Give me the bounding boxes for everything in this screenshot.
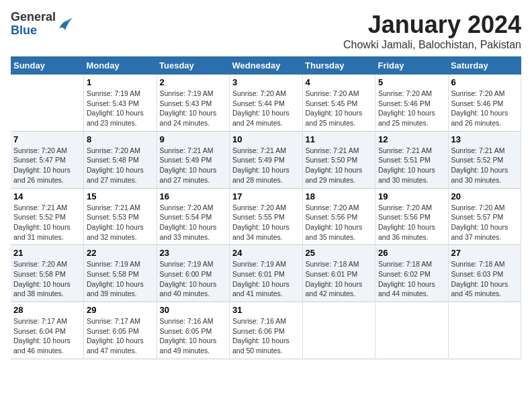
calendar-cell: 25Sunrise: 7:18 AM Sunset: 6:01 PM Dayli…: [302, 245, 375, 302]
cell-info: Sunrise: 7:20 AM Sunset: 5:55 PM Dayligh…: [232, 203, 300, 242]
day-number: 24: [232, 248, 300, 258]
day-header-friday: Friday: [375, 56, 449, 75]
logo-bird-icon: [57, 16, 73, 32]
day-number: 21: [13, 248, 81, 258]
calendar-cell: 28Sunrise: 7:17 AM Sunset: 6:04 PM Dayli…: [11, 302, 84, 359]
calendar-cell: [302, 302, 375, 359]
day-number: 27: [451, 248, 519, 258]
cell-info: Sunrise: 7:21 AM Sunset: 5:51 PM Dayligh…: [378, 146, 445, 185]
week-row-1: 1Sunrise: 7:19 AM Sunset: 5:43 PM Daylig…: [11, 75, 521, 131]
calendar-cell: 30Sunrise: 7:16 AM Sunset: 6:05 PM Dayli…: [157, 302, 230, 359]
cell-info: Sunrise: 7:20 AM Sunset: 5:47 PM Dayligh…: [13, 146, 81, 185]
cell-info: Sunrise: 7:20 AM Sunset: 5:48 PM Dayligh…: [87, 146, 154, 185]
cell-info: Sunrise: 7:19 AM Sunset: 6:00 PM Dayligh…: [160, 259, 227, 299]
day-number: 19: [378, 191, 445, 201]
calendar-cell: 12Sunrise: 7:21 AM Sunset: 5:51 PM Dayli…: [375, 131, 449, 188]
day-header-thursday: Thursday: [302, 56, 375, 75]
day-number: 6: [451, 77, 519, 87]
calendar-cell: 27Sunrise: 7:18 AM Sunset: 6:03 PM Dayli…: [448, 245, 521, 302]
header: General Blue January 2024 Chowki Jamali,…: [11, 11, 521, 51]
cell-info: Sunrise: 7:18 AM Sunset: 6:03 PM Dayligh…: [451, 259, 519, 299]
cell-info: Sunrise: 7:16 AM Sunset: 6:06 PM Dayligh…: [232, 316, 300, 356]
day-number: 7: [13, 134, 81, 144]
day-number: 14: [13, 191, 81, 201]
calendar-cell: 13Sunrise: 7:21 AM Sunset: 5:52 PM Dayli…: [448, 131, 521, 188]
cell-info: Sunrise: 7:20 AM Sunset: 5:46 PM Dayligh…: [378, 89, 445, 128]
day-header-wednesday: Wednesday: [230, 56, 303, 75]
calendar-cell: 2Sunrise: 7:19 AM Sunset: 5:43 PM Daylig…: [157, 75, 230, 131]
cell-info: Sunrise: 7:21 AM Sunset: 5:49 PM Dayligh…: [232, 146, 300, 185]
day-header-monday: Monday: [84, 56, 157, 75]
cell-info: Sunrise: 7:20 AM Sunset: 5:56 PM Dayligh…: [378, 203, 445, 242]
day-header-saturday: Saturday: [448, 56, 521, 75]
calendar-cell: 11Sunrise: 7:21 AM Sunset: 5:50 PM Dayli…: [302, 131, 375, 188]
calendar-table: SundayMondayTuesdayWednesdayThursdayFrid…: [11, 56, 521, 359]
cell-info: Sunrise: 7:21 AM Sunset: 5:49 PM Dayligh…: [160, 146, 227, 185]
day-number: 10: [232, 134, 300, 144]
week-row-2: 7Sunrise: 7:20 AM Sunset: 5:47 PM Daylig…: [11, 131, 521, 188]
calendar-cell: [448, 302, 521, 359]
day-number: 22: [87, 248, 154, 258]
week-row-3: 14Sunrise: 7:21 AM Sunset: 5:52 PM Dayli…: [11, 188, 521, 245]
day-number: 25: [306, 248, 373, 258]
cell-info: Sunrise: 7:17 AM Sunset: 6:04 PM Dayligh…: [13, 316, 81, 356]
calendar-cell: 23Sunrise: 7:19 AM Sunset: 6:00 PM Dayli…: [157, 245, 230, 302]
day-number: 8: [87, 134, 154, 144]
calendar-cell: 3Sunrise: 7:20 AM Sunset: 5:44 PM Daylig…: [230, 75, 303, 131]
calendar-cell: 20Sunrise: 7:20 AM Sunset: 5:57 PM Dayli…: [448, 188, 521, 245]
calendar-cell: [11, 75, 84, 131]
day-number: 20: [451, 191, 519, 201]
day-number: 12: [378, 134, 445, 144]
day-number: 30: [160, 305, 227, 315]
calendar-cell: [375, 302, 449, 359]
day-number: 4: [306, 77, 373, 87]
calendar-cell: 7Sunrise: 7:20 AM Sunset: 5:47 PM Daylig…: [11, 131, 84, 188]
cell-info: Sunrise: 7:20 AM Sunset: 5:54 PM Dayligh…: [160, 203, 227, 242]
day-number: 2: [160, 77, 227, 87]
calendar-cell: 31Sunrise: 7:16 AM Sunset: 6:06 PM Dayli…: [230, 302, 303, 359]
calendar-cell: 16Sunrise: 7:20 AM Sunset: 5:54 PM Dayli…: [157, 188, 230, 245]
day-number: 11: [306, 134, 373, 144]
day-number: 17: [232, 191, 300, 201]
cell-info: Sunrise: 7:21 AM Sunset: 5:52 PM Dayligh…: [451, 146, 519, 185]
day-header-tuesday: Tuesday: [157, 56, 230, 75]
cell-info: Sunrise: 7:18 AM Sunset: 6:01 PM Dayligh…: [306, 259, 373, 299]
calendar-cell: 26Sunrise: 7:18 AM Sunset: 6:02 PM Dayli…: [375, 245, 449, 302]
cell-info: Sunrise: 7:21 AM Sunset: 5:52 PM Dayligh…: [13, 203, 81, 242]
day-header-sunday: Sunday: [11, 56, 84, 75]
day-number: 13: [451, 134, 519, 144]
calendar-cell: 22Sunrise: 7:19 AM Sunset: 5:58 PM Dayli…: [84, 245, 157, 302]
month-title: January 2024: [343, 11, 521, 39]
calendar-cell: 15Sunrise: 7:21 AM Sunset: 5:53 PM Dayli…: [84, 188, 157, 245]
day-number: 3: [232, 77, 300, 87]
calendar-cell: 5Sunrise: 7:20 AM Sunset: 5:46 PM Daylig…: [375, 75, 449, 131]
day-number: 9: [160, 134, 227, 144]
cell-info: Sunrise: 7:20 AM Sunset: 5:58 PM Dayligh…: [13, 259, 81, 299]
cell-info: Sunrise: 7:20 AM Sunset: 5:56 PM Dayligh…: [306, 203, 373, 242]
cell-info: Sunrise: 7:17 AM Sunset: 6:05 PM Dayligh…: [87, 316, 154, 356]
cell-info: Sunrise: 7:21 AM Sunset: 5:53 PM Dayligh…: [87, 203, 154, 242]
calendar-cell: 24Sunrise: 7:19 AM Sunset: 6:01 PM Dayli…: [230, 245, 303, 302]
day-number: 1: [87, 77, 154, 87]
day-number: 18: [306, 191, 373, 201]
logo: General Blue: [11, 11, 73, 38]
calendar-cell: 9Sunrise: 7:21 AM Sunset: 5:49 PM Daylig…: [157, 131, 230, 188]
cell-info: Sunrise: 7:20 AM Sunset: 5:57 PM Dayligh…: [451, 203, 519, 242]
week-row-5: 28Sunrise: 7:17 AM Sunset: 6:04 PM Dayli…: [11, 302, 521, 359]
cell-info: Sunrise: 7:20 AM Sunset: 5:45 PM Dayligh…: [306, 89, 373, 128]
cell-info: Sunrise: 7:19 AM Sunset: 5:58 PM Dayligh…: [87, 259, 154, 299]
cell-info: Sunrise: 7:19 AM Sunset: 5:43 PM Dayligh…: [87, 89, 154, 128]
cell-info: Sunrise: 7:16 AM Sunset: 6:05 PM Dayligh…: [160, 316, 227, 356]
day-number: 31: [232, 305, 300, 315]
day-number: 5: [378, 77, 445, 87]
day-number: 29: [87, 305, 154, 315]
cell-info: Sunrise: 7:20 AM Sunset: 5:46 PM Dayligh…: [451, 89, 519, 128]
calendar-cell: 19Sunrise: 7:20 AM Sunset: 5:56 PM Dayli…: [375, 188, 449, 245]
calendar-cell: 14Sunrise: 7:21 AM Sunset: 5:52 PM Dayli…: [11, 188, 84, 245]
cell-info: Sunrise: 7:20 AM Sunset: 5:44 PM Dayligh…: [232, 89, 300, 128]
logo-blue: Blue: [11, 24, 56, 38]
calendar-cell: 21Sunrise: 7:20 AM Sunset: 5:58 PM Dayli…: [11, 245, 84, 302]
calendar-cell: 6Sunrise: 7:20 AM Sunset: 5:46 PM Daylig…: [448, 75, 521, 131]
day-number: 15: [87, 191, 154, 201]
days-header-row: SundayMondayTuesdayWednesdayThursdayFrid…: [11, 56, 521, 75]
